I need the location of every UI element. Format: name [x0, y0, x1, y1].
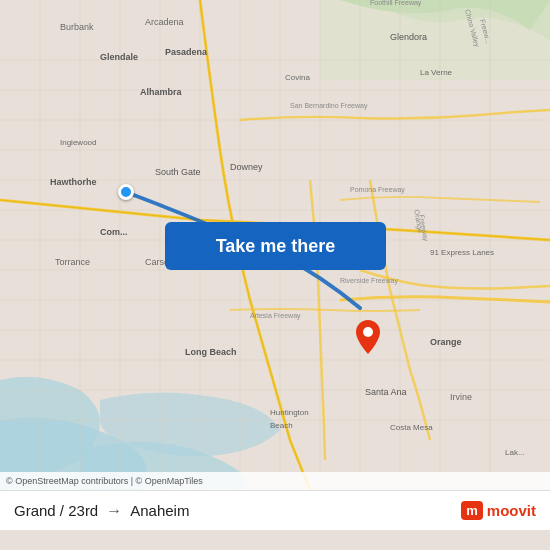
svg-text:San Bernardino Freeway: San Bernardino Freeway: [290, 102, 368, 110]
take-me-there-button[interactable]: Take me there: [165, 222, 386, 270]
moovit-text: moovit: [487, 502, 536, 519]
moovit-icon: m: [461, 501, 483, 520]
attribution-text: © OpenStreetMap contributors | © OpenMap…: [6, 476, 203, 486]
svg-text:Pomona Freeway: Pomona Freeway: [350, 186, 405, 194]
svg-text:Long Beach: Long Beach: [185, 347, 237, 357]
svg-text:South Gate: South Gate: [155, 167, 201, 177]
svg-text:Com...: Com...: [100, 227, 128, 237]
svg-text:Hawthorhe: Hawthorhe: [50, 177, 97, 187]
footer: Grand / 23rd → Anaheim m moovit: [0, 490, 550, 530]
svg-text:Riverside Freeway: Riverside Freeway: [340, 277, 398, 285]
svg-text:Costa Mesa: Costa Mesa: [390, 423, 433, 432]
svg-text:Artesia Freeway: Artesia Freeway: [250, 312, 301, 320]
destination-label: Anaheim: [130, 502, 189, 519]
svg-text:Pasadena: Pasadena: [165, 47, 208, 57]
svg-text:Covina: Covina: [285, 73, 310, 82]
svg-text:Alhambra: Alhambra: [140, 87, 183, 97]
origin-marker: [118, 184, 134, 200]
svg-text:Burbank: Burbank: [60, 22, 94, 32]
svg-text:Santa Ana: Santa Ana: [365, 387, 407, 397]
svg-text:Lak...: Lak...: [505, 448, 525, 457]
map-container: Burbank Arcadena Glendale Pasadena Glend…: [0, 0, 550, 490]
route-arrow: →: [106, 502, 122, 520]
svg-text:Irvine: Irvine: [450, 392, 472, 402]
svg-text:Torrance: Torrance: [55, 257, 90, 267]
svg-text:Glendale: Glendale: [100, 52, 138, 62]
origin-label: Grand / 23rd: [14, 502, 98, 519]
svg-text:Downey: Downey: [230, 162, 263, 172]
svg-text:Beach: Beach: [270, 421, 293, 430]
svg-text:La Verne: La Verne: [420, 68, 453, 77]
destination-marker: [356, 320, 380, 358]
svg-text:Glendora: Glendora: [390, 32, 427, 42]
route-info: Grand / 23rd → Anaheim: [14, 502, 189, 520]
svg-point-61: [363, 327, 373, 337]
svg-text:Inglewood: Inglewood: [60, 138, 96, 147]
svg-text:Foothill Freeway: Foothill Freeway: [370, 0, 422, 7]
svg-text:Orange: Orange: [430, 337, 462, 347]
svg-text:Huntington: Huntington: [270, 408, 309, 417]
svg-text:91 Express Lanes: 91 Express Lanes: [430, 248, 494, 257]
svg-text:Arcadena: Arcadena: [145, 17, 184, 27]
map-attribution: © OpenStreetMap contributors | © OpenMap…: [0, 472, 550, 490]
moovit-logo: m moovit: [461, 501, 536, 520]
